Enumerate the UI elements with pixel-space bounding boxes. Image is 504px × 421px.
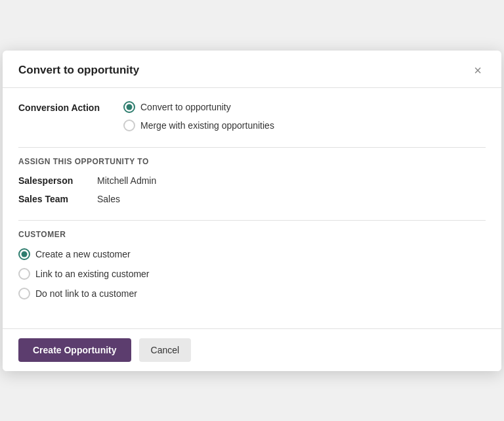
conversion-action-radio-group: Convert to opportunity Merge with existi… <box>123 101 274 131</box>
sales-team-row: Sales Team Sales <box>18 194 486 204</box>
conversion-action-section: Conversion Action Convert to opportunity… <box>18 101 486 131</box>
modal-dialog: Convert to opportunity × Conversion Acti… <box>3 51 501 371</box>
radio-new-customer[interactable] <box>18 248 30 260</box>
customer-radio-group: Create a new customer Link to an existin… <box>18 248 486 299</box>
assign-divider <box>18 147 486 148</box>
create-opportunity-button[interactable]: Create Opportunity <box>18 338 131 362</box>
radio-option-existing-customer[interactable]: Link to an existing customer <box>18 268 486 280</box>
radio-option-merge[interactable]: Merge with existing opportunities <box>123 120 274 131</box>
radio-option-convert[interactable]: Convert to opportunity <box>123 101 274 113</box>
salesperson-value: Mitchell Admin <box>97 175 156 186</box>
customer-divider <box>18 220 486 221</box>
salesperson-row: Salesperson Mitchell Admin <box>18 175 486 186</box>
assign-heading: ASSIGN THIS OPPORTUNITY TO <box>18 157 486 166</box>
sales-team-label: Sales Team <box>18 194 84 204</box>
radio-merge[interactable] <box>123 120 135 131</box>
radio-no-customer[interactable] <box>18 288 30 299</box>
modal-body: Conversion Action Convert to opportunity… <box>3 88 501 328</box>
close-button[interactable]: × <box>470 62 486 78</box>
radio-merge-label: Merge with existing opportunities <box>140 120 274 131</box>
radio-existing-customer[interactable] <box>18 268 30 280</box>
radio-existing-customer-label: Link to an existing customer <box>35 269 150 279</box>
modal-overlay: Convert to opportunity × Conversion Acti… <box>0 0 504 421</box>
sales-team-value: Sales <box>97 194 120 204</box>
salesperson-label: Salesperson <box>18 175 84 186</box>
assign-section: ASSIGN THIS OPPORTUNITY TO Salesperson M… <box>18 147 486 204</box>
radio-new-customer-label: Create a new customer <box>35 249 131 259</box>
modal-header: Convert to opportunity × <box>3 51 501 88</box>
modal-footer: Create Opportunity Cancel <box>3 328 501 371</box>
customer-heading: CUSTOMER <box>18 230 486 239</box>
radio-option-no-customer[interactable]: Do not link to a customer <box>18 288 486 299</box>
radio-option-new-customer[interactable]: Create a new customer <box>18 248 486 260</box>
conversion-action-label: Conversion Action <box>18 101 104 113</box>
radio-convert-label: Convert to opportunity <box>140 102 231 112</box>
radio-convert[interactable] <box>123 101 135 113</box>
cancel-button[interactable]: Cancel <box>139 338 192 362</box>
modal-title: Convert to opportunity <box>18 64 139 77</box>
radio-no-customer-label: Do not link to a customer <box>35 288 137 299</box>
customer-section: CUSTOMER Create a new customer Link to a… <box>18 220 486 299</box>
